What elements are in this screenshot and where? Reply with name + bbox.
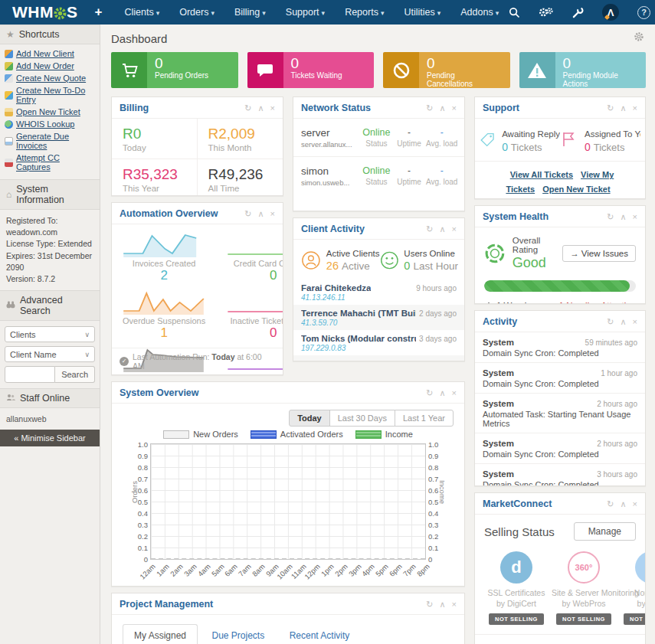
automation-status-icon[interactable] xyxy=(539,6,554,18)
collapse-icon[interactable]: ∧ xyxy=(621,104,627,113)
menu-clients[interactable]: Clients▾ xyxy=(114,1,169,24)
collapse-icon[interactable]: ∧ xyxy=(621,213,627,221)
billing-this-month: R2,009This Month xyxy=(198,119,283,159)
sidebar-item-create-new-quote[interactable]: Create New Quote xyxy=(3,72,97,84)
sidebar-item-open-new-ticket[interactable]: Open New Ticket xyxy=(3,106,97,118)
menu-billing[interactable]: Billing▾ xyxy=(224,1,276,24)
refresh-icon[interactable]: ↻ xyxy=(244,210,251,218)
caret-down-icon: ▾ xyxy=(262,9,266,17)
close-icon[interactable]: × xyxy=(633,500,637,508)
client-row[interactable]: Terrence Mahachi (TMT Building Proj...2 … xyxy=(293,305,464,330)
collapse-icon[interactable]: ∧ xyxy=(258,104,264,113)
close-icon[interactable]: × xyxy=(270,210,275,218)
sidebar-item-generate-due-invoices[interactable]: Generate Due Invoices xyxy=(3,130,97,152)
close-icon[interactable]: × xyxy=(452,600,457,609)
quick-add-button[interactable]: + xyxy=(87,5,115,20)
product-site-server-monitoring[interactable]: 360° Site & Server Monitoringby WebPros … xyxy=(552,551,616,625)
version: Version: 8.7.2 xyxy=(6,273,93,285)
client-row[interactable]: Farai Chitekedza9 hours ago 41.13.246.11 xyxy=(293,280,464,305)
refresh-icon[interactable]: ↻ xyxy=(607,500,614,508)
help-icon[interactable]: ? xyxy=(637,6,650,19)
sidebar-item-create-todo[interactable]: Create New To-Do Entry xyxy=(3,84,97,106)
refresh-icon[interactable]: ↻ xyxy=(244,104,251,113)
menu-support[interactable]: Support▾ xyxy=(276,1,335,24)
close-icon[interactable]: × xyxy=(270,104,275,113)
advanced-search-header[interactable]: Advanced Search xyxy=(0,290,100,321)
tab-due-projects[interactable]: Due Projects xyxy=(201,625,276,644)
main-content: Dashboard 0Pending Orders 0Tickets Waiti… xyxy=(100,25,655,644)
client-row[interactable]: Conrad Muchibwa (Conrad Services)4 days … xyxy=(293,355,464,361)
refresh-icon[interactable]: ↻ xyxy=(426,389,433,397)
collapse-icon[interactable]: ∧ xyxy=(258,210,264,218)
refresh-icon[interactable]: ↻ xyxy=(426,600,433,609)
notifications-icon[interactable]: Λ xyxy=(602,4,619,21)
collapse-icon[interactable]: ∧ xyxy=(440,104,446,113)
close-icon[interactable]: × xyxy=(633,213,637,221)
search-button[interactable]: Search xyxy=(55,366,95,383)
tab-last-30-days[interactable]: Last 30 Days xyxy=(329,410,395,427)
refresh-icon[interactable]: ↻ xyxy=(607,213,614,221)
refresh-icon[interactable]: ↻ xyxy=(607,318,614,326)
sidebar-item-attempt-cc-captures[interactable]: Attempt CC Captures xyxy=(3,152,97,173)
collapse-icon[interactable]: ∧ xyxy=(621,318,627,326)
collapse-icon[interactable]: ∧ xyxy=(440,600,446,609)
search-input[interactable] xyxy=(5,366,55,383)
tickets-waiting-card[interactable]: 0Tickets Waiting xyxy=(247,52,375,88)
billing-all-time: R49,236All Time xyxy=(198,159,283,196)
server-row[interactable]: serverserver.allanux... OnlineStatus -Up… xyxy=(293,119,464,156)
minimise-sidebar-button[interactable]: « Minimise Sidebar xyxy=(0,430,100,446)
advanced-search-form: Clients ∨ Client Name ∨ Search xyxy=(0,321,100,388)
gear-logo-icon xyxy=(53,6,67,21)
whmcs-logo[interactable]: WHM S xyxy=(0,3,87,21)
y-tick-label: 1.0 xyxy=(428,440,445,449)
manage-button[interactable]: Manage xyxy=(574,522,636,541)
system-overview-panel: System Overview ↻∧× Today Last 30 Days L… xyxy=(111,381,465,587)
close-icon[interactable]: × xyxy=(452,225,457,234)
close-icon[interactable]: × xyxy=(633,318,637,326)
tab-today[interactable]: Today xyxy=(289,410,330,427)
top-navbar: WHM S + Clients▾ Orders▾ Billing▾ Suppor… xyxy=(0,0,655,25)
search-type-select[interactable]: Clients ∨ xyxy=(5,326,95,342)
close-icon[interactable]: × xyxy=(633,104,637,113)
open-new-ticket-link[interactable]: Open New Ticket xyxy=(542,185,610,194)
dashboard-settings-gear-icon[interactable] xyxy=(634,31,644,45)
search-field-select[interactable]: Client Name ∨ xyxy=(5,346,95,362)
refresh-icon[interactable]: ↻ xyxy=(607,104,614,113)
client-row[interactable]: Tom Nicks (Modular construction)3 days a… xyxy=(293,330,464,355)
collapse-icon[interactable]: ∧ xyxy=(621,500,627,508)
product-ssl-certificates[interactable]: d SSL Certificatesby DigiCert NOT SELLIN… xyxy=(484,551,549,625)
system-information-header[interactable]: ⌂ System Information xyxy=(0,179,100,210)
tab-last-1-year[interactable]: Last 1 Year xyxy=(395,410,454,427)
close-icon[interactable]: × xyxy=(452,389,457,397)
panel-title: Billing xyxy=(120,103,149,113)
view-issues-button[interactable]: → View Issues xyxy=(562,245,636,262)
product-nordvpn[interactable]: NordVPNby Nord NOT SELLING xyxy=(619,551,646,625)
server-row[interactable]: simonsimon.usweb... OnlineStatus -Uptime… xyxy=(293,156,464,195)
overall-rating-value: Good xyxy=(513,255,555,271)
sidebar-item-add-new-order[interactable]: Add New Order xyxy=(3,60,97,72)
staff-online-header[interactable]: Staff Online xyxy=(0,388,100,408)
view-all-tickets-link[interactable]: View All Tickets xyxy=(510,170,573,179)
menu-reports[interactable]: Reports▾ xyxy=(335,1,394,24)
ban-icon xyxy=(383,52,419,88)
tab-recent-activity[interactable]: Recent Activity xyxy=(279,625,361,644)
search-icon[interactable] xyxy=(509,7,520,18)
close-icon[interactable]: × xyxy=(452,104,457,113)
menu-utilities[interactable]: Utilities▾ xyxy=(394,1,450,24)
refresh-icon[interactable]: ↻ xyxy=(426,104,433,113)
pending-module-actions-card[interactable]: 0Pending Module Actions xyxy=(519,52,647,88)
menu-orders[interactable]: Orders▾ xyxy=(169,1,224,24)
collapse-icon[interactable]: ∧ xyxy=(440,225,446,234)
tab-my-assigned[interactable]: My Assigned xyxy=(123,624,198,644)
pending-orders-card[interactable]: 0Pending Orders xyxy=(111,52,238,88)
menu-addons[interactable]: Addons▾ xyxy=(450,1,509,24)
pending-cancellations-card[interactable]: 0Pending Cancellations xyxy=(383,52,510,88)
y-tick-label: 0.1 xyxy=(428,544,445,552)
shortcuts-header[interactable]: ★ Shortcuts xyxy=(0,25,100,44)
tools-wrench-icon[interactable] xyxy=(572,7,584,18)
sidebar-item-add-new-client[interactable]: Add New Client xyxy=(3,47,97,60)
refresh-icon[interactable]: ↻ xyxy=(426,225,433,234)
collapse-icon[interactable]: ∧ xyxy=(440,389,446,397)
sidebar-item-whois-lookup[interactable]: WHOIS Lookup xyxy=(3,118,97,130)
cart-icon xyxy=(111,52,147,88)
